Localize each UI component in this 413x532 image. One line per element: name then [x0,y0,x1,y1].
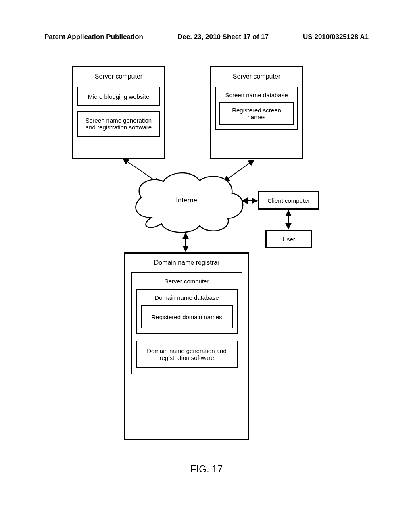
registrar-sw: Domain name generation and registration … [139,347,234,361]
header-right: US 2010/0325128 A1 [303,33,369,41]
figure-label: FIG. 17 [0,463,413,475]
server-a-title: Server computer [77,73,160,80]
server-b-inner: Registered screen names [222,107,291,121]
registrar-db: Domain name database [141,294,233,301]
registrar-server-box: Server computer Domain name database Reg… [131,272,242,374]
patent-figure-page: Patent Application Publication Dec. 23, … [0,0,413,532]
server-b-db-box: Screen name database Registered screen n… [215,87,298,130]
client-computer: Client computer [267,197,310,204]
header-left: Patent Application Publication [44,33,143,41]
registrar-sw-box: Domain name generation and registration … [136,341,238,368]
server-a-website-box: Micro blogging website [77,87,160,106]
server-a-box: Server computer Micro blogging website S… [72,66,165,159]
registrar-inner: Registered domain names [151,314,222,320]
internet-label: Internet [127,196,248,204]
registrar-db-box: Domain name database Registered domain n… [136,289,238,334]
server-a-website: Micro blogging website [88,93,150,100]
user-box: User [265,230,312,248]
header-date: Dec. 23, 2010 Sheet 17 of 17 [177,33,269,41]
server-b-title: Server computer [215,73,298,80]
user-label: User [282,236,295,243]
server-b-db: Screen name database [219,91,294,98]
client-computer-box: Client computer [258,191,319,210]
server-b-inner-box: Registered screen names [219,102,294,125]
registrar-inner-box: Registered domain names [141,305,233,328]
server-a-software: Screen name generation and registration … [80,117,157,131]
registrar-title: Domain name registrar [131,259,242,266]
registrar-box: Domain name registrar Server computer Do… [124,252,249,440]
registrar-server: Server computer [136,278,238,285]
server-a-software-box: Screen name generation and registration … [77,111,160,137]
header-line: Patent Application Publication Dec. 23, … [0,33,413,41]
server-b-box: Server computer Screen name database Reg… [210,66,303,159]
